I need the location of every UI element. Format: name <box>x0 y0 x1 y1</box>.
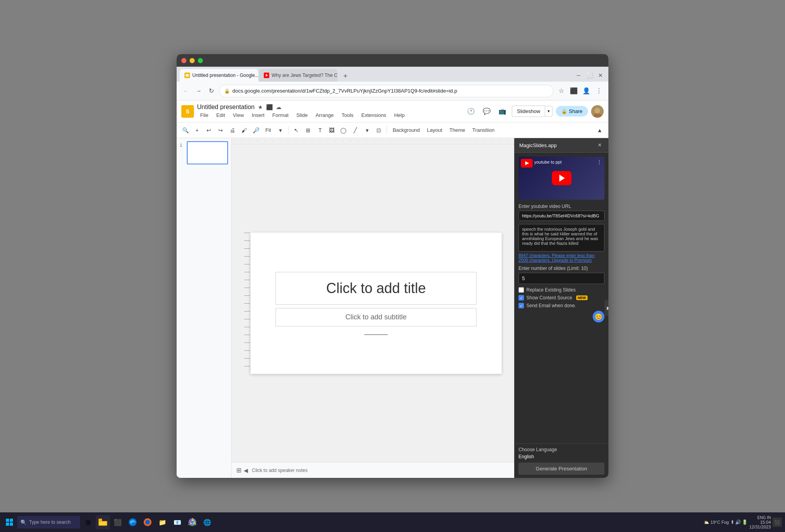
shape-tool-btn[interactable]: ◯ <box>338 125 349 136</box>
taskbar-chrome-icon[interactable] <box>185 515 199 529</box>
cloud-icon[interactable]: ☁ <box>276 104 281 110</box>
tab-slides[interactable]: Untitled presentation - Google... ✕ <box>180 69 258 82</box>
profile-icon[interactable]: 👤 <box>582 86 591 96</box>
collapse-toolbar-btn[interactable]: ▲ <box>594 125 605 136</box>
history-icon[interactable]: 🕐 <box>465 105 477 118</box>
star-icon[interactable]: ★ <box>258 104 263 110</box>
network-tray-icon[interactable]: ⬆ <box>730 519 734 525</box>
extensions-icon[interactable]: ⬛ <box>569 86 579 96</box>
line-tool-btn[interactable]: ╱ <box>350 125 361 136</box>
collapse-magic-panel-icon[interactable]: ▶ <box>604 300 608 316</box>
battery-tray-icon[interactable]: 🔋 <box>742 519 748 525</box>
background-btn[interactable]: Background <box>389 126 423 134</box>
slide-title-area[interactable]: Click to add title <box>276 272 476 305</box>
taskbar-explorer-icon[interactable] <box>96 515 110 529</box>
menu-arrange[interactable]: Arrange <box>312 111 337 119</box>
image-tool-btn[interactable]: 🖼 <box>326 125 337 136</box>
share-button[interactable]: 🔒 Share <box>556 106 588 117</box>
transcript-textarea[interactable]: speech the notorious Joseph gobl and thi… <box>518 224 604 251</box>
replace-slides-checkbox[interactable] <box>518 287 524 293</box>
close-btn[interactable]: ✕ <box>596 71 605 80</box>
slide-canvas[interactable]: Click to add title Click to add subtitle <box>250 233 502 374</box>
redo-btn[interactable]: ↪ <box>215 125 226 136</box>
drive-icon[interactable]: ⬛ <box>266 104 273 110</box>
zoom-level-btn[interactable]: 🔎 <box>250 125 261 136</box>
minimize-btn[interactable]: ─ <box>574 71 583 80</box>
comments-icon[interactable]: 💬 <box>480 105 493 118</box>
language-value[interactable]: English <box>518 454 604 459</box>
task-view-button[interactable]: ⊞ <box>82 516 94 528</box>
tab-youtube[interactable]: Why are Jews Targeted? The C... ✕ <box>259 69 338 82</box>
url-bar[interactable]: 🔒 docs.google.com/presentation/d/1wFCZtd… <box>219 85 553 97</box>
slideshow-button[interactable]: Slideshow <box>512 106 545 117</box>
taskbar-firefox-icon[interactable] <box>141 515 155 529</box>
slide-subtitle-area[interactable]: Click to add subtitle <box>276 308 476 326</box>
bookmark-icon[interactable]: ☆ <box>557 86 566 96</box>
theme-btn[interactable]: Theme <box>446 126 468 134</box>
send-email-checkbox[interactable]: ✓ <box>518 303 524 308</box>
menu-view[interactable]: View <box>230 111 247 119</box>
menu-tools[interactable]: Tools <box>338 111 356 119</box>
user-avatar[interactable] <box>591 105 604 118</box>
forward-button[interactable]: → <box>194 86 203 96</box>
menu-format[interactable]: Format <box>269 111 292 119</box>
generate-presentation-button[interactable]: Generate Presentation <box>518 463 604 475</box>
grid-view-icon[interactable]: ⊞ <box>236 466 241 474</box>
back-button[interactable]: ← <box>181 86 191 96</box>
volume-tray-icon[interactable]: 🔊 <box>735 519 741 525</box>
slideshow-dropdown-btn[interactable]: ▾ <box>545 106 553 117</box>
line-dropdown-btn[interactable]: ▾ <box>361 125 372 136</box>
menu-edit[interactable]: Edit <box>213 111 228 119</box>
yt-options-icon[interactable]: ⋮ <box>597 159 602 165</box>
menu-file[interactable]: File <box>197 111 212 119</box>
menu-extensions[interactable]: Extensions <box>358 111 390 119</box>
slide-canvas-wrapper[interactable]: Click to add title Click to add subtitle <box>232 144 514 462</box>
new-tab-button[interactable]: + <box>340 71 351 82</box>
taskbar-edge-icon[interactable] <box>126 515 140 529</box>
collapse-panel-icon[interactable]: ◀ <box>244 467 248 474</box>
refresh-button[interactable]: ↻ <box>206 86 216 96</box>
restore-btn[interactable]: ⬜ <box>585 71 594 80</box>
close-window-btn[interactable] <box>181 58 186 63</box>
notifications-button[interactable]: ⬛ <box>772 517 782 527</box>
more-tool-btn[interactable]: ⊡ <box>373 125 384 136</box>
menu-icon[interactable]: ⋮ <box>594 86 604 96</box>
magic-close-button[interactable]: × <box>596 141 604 149</box>
show-source-checkbox[interactable]: ✓ <box>518 295 524 301</box>
taskbar-taskmgr-icon[interactable]: ⬛ <box>111 515 125 529</box>
taskbar-search[interactable]: 🔍 Type here to search <box>17 516 80 528</box>
upgrade-link[interactable]: Upgrade to Premium <box>552 258 592 262</box>
maximize-window-btn[interactable] <box>198 58 203 63</box>
transition-btn[interactable]: Transition <box>469 126 498 134</box>
fit-dropdown-btn[interactable]: ▾ <box>275 125 286 136</box>
youtube-thumbnail[interactable]: youtube to ppt ⋮ <box>518 157 604 200</box>
text-tool-btn[interactable]: T <box>314 125 325 136</box>
slides-count-input[interactable] <box>518 273 604 284</box>
menu-insert[interactable]: Insert <box>248 111 268 119</box>
presentation-title[interactable]: Untitled presentation <box>197 104 255 111</box>
taskbar-extra-icon[interactable]: 🌐 <box>200 515 214 529</box>
minimize-window-btn[interactable] <box>190 58 195 63</box>
clock-area[interactable]: ENG IN 15:04 12/31/2023 <box>749 516 771 529</box>
youtube-url-input[interactable] <box>518 211 604 221</box>
move-tool-btn[interactable]: ⊞ <box>303 125 314 136</box>
menu-slide[interactable]: Slide <box>293 111 311 119</box>
yt-play-button[interactable] <box>552 171 571 185</box>
layout-btn[interactable]: Layout <box>424 126 445 134</box>
taskbar-mail-icon[interactable]: 📧 <box>170 515 184 529</box>
slide-1-thumbnail[interactable] <box>187 141 228 164</box>
fit-btn[interactable]: Fit <box>262 126 274 134</box>
zoom-out-btn[interactable]: 🔍 <box>180 125 191 136</box>
print-btn[interactable]: 🖨 <box>227 125 238 136</box>
taskbar-files-icon[interactable]: 📁 <box>155 515 170 529</box>
editor-area: Click to add title Click to add subtitle… <box>232 138 514 478</box>
select-tool-btn[interactable]: ↖ <box>291 125 302 136</box>
notes-placeholder[interactable]: Click to add speaker notes <box>252 468 307 473</box>
paint-format-btn[interactable]: 🖌 <box>239 125 250 136</box>
start-button[interactable] <box>3 516 16 528</box>
zoom-in-btn[interactable]: + <box>192 125 203 136</box>
undo-btn[interactable]: ↩ <box>203 125 214 136</box>
magic-face-icon[interactable]: 😊 <box>593 311 604 322</box>
present-mode-icon[interactable]: 📺 <box>496 105 509 118</box>
menu-help[interactable]: Help <box>391 111 408 119</box>
